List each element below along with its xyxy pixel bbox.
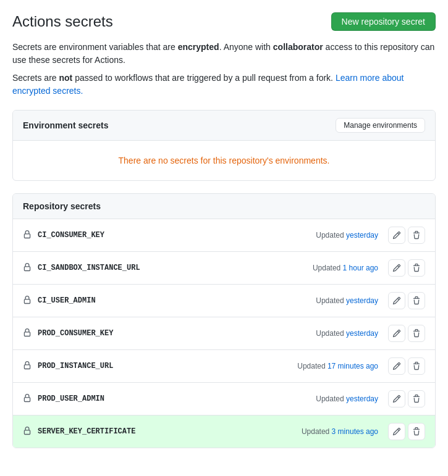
repository-secrets-title: Repository secrets <box>23 201 101 211</box>
desc1-bold2: collaborator <box>273 42 323 52</box>
secret-updated-time: yesterday <box>346 231 378 240</box>
environment-secrets-section: Environment secrets Manage environments … <box>12 110 436 181</box>
delete-button[interactable] <box>408 259 425 277</box>
secret-updated: Updated 1 hour ago <box>313 264 378 272</box>
lock-icon <box>23 427 32 437</box>
action-buttons <box>388 227 425 244</box>
delete-button[interactable] <box>408 227 425 244</box>
secret-name: SERVER_KEY_CERTIFICATE <box>38 427 302 436</box>
trash-icon <box>412 362 421 370</box>
table-row: CI_SANDBOX_INSTANCE_URL Updated 1 hour a… <box>13 252 435 285</box>
desc1-before: Secrets are environment variables that a… <box>12 42 178 52</box>
delete-button[interactable] <box>408 357 425 375</box>
pencil-icon <box>392 362 401 370</box>
table-row: CI_USER_ADMIN Updated yesterday <box>13 285 435 317</box>
table-row: PROD_CONSUMER_KEY Updated yesterday <box>13 317 435 350</box>
secret-updated-time: yesterday <box>346 329 378 338</box>
lock-icon <box>23 296 32 306</box>
edit-button[interactable] <box>388 325 405 342</box>
lock-icon <box>23 361 32 372</box>
repository-secrets-section: Repository secrets CI_CONSUMER_KEY Updat… <box>12 193 436 448</box>
pencil-icon <box>392 395 401 403</box>
secret-updated-time: 3 minutes ago <box>332 427 378 436</box>
secret-updated-time: yesterday <box>346 395 378 403</box>
secret-name: CI_SANDBOX_INSTANCE_URL <box>38 264 313 272</box>
page-header: Actions secrets New repository secret <box>12 12 436 31</box>
action-buttons <box>388 292 425 309</box>
pencil-icon <box>392 231 401 240</box>
table-row: CI_CONSUMER_KEY Updated yesterday <box>13 219 435 252</box>
lock-icon <box>23 263 32 273</box>
delete-button[interactable] <box>408 423 425 440</box>
secret-name: PROD_INSTANCE_URL <box>38 362 297 370</box>
lock-icon <box>23 394 32 404</box>
lock-svg <box>23 230 32 239</box>
environment-secrets-title: Environment secrets <box>23 120 109 130</box>
delete-button[interactable] <box>408 292 425 309</box>
secrets-list: CI_CONSUMER_KEY Updated yesterday CI_SAN… <box>13 219 435 448</box>
action-buttons <box>388 357 425 375</box>
lock-svg <box>23 328 32 337</box>
action-buttons <box>388 390 425 407</box>
edit-button[interactable] <box>388 259 405 277</box>
trash-icon <box>412 264 421 272</box>
desc1-middle: . Anyone with <box>219 42 273 52</box>
secret-name: PROD_CONSUMER_KEY <box>38 329 316 338</box>
trash-icon <box>412 329 421 338</box>
desc2-middle: passed to workflows that are triggered b… <box>72 73 336 83</box>
environment-secrets-header: Environment secrets Manage environments <box>13 111 435 141</box>
lock-svg <box>23 394 32 403</box>
edit-button[interactable] <box>388 292 405 309</box>
secret-updated: Updated 3 minutes ago <box>302 427 378 436</box>
table-row: PROD_USER_ADMIN Updated yesterday <box>13 383 435 415</box>
secret-name: CI_USER_ADMIN <box>38 296 316 305</box>
secret-updated-time: 17 minutes ago <box>328 362 378 370</box>
description-line1: Secrets are environment variables that a… <box>12 41 436 67</box>
action-buttons <box>388 259 425 277</box>
secret-name: CI_CONSUMER_KEY <box>38 231 316 240</box>
page-title: Actions secrets <box>12 13 113 30</box>
pencil-icon <box>392 296 401 305</box>
desc2-bold: not <box>59 73 72 83</box>
trash-icon <box>412 296 421 305</box>
lock-svg <box>23 427 32 435</box>
table-row: SERVER_KEY_CERTIFICATE Updated 3 minutes… <box>13 415 435 448</box>
secret-updated: Updated yesterday <box>316 395 378 403</box>
lock-icon <box>23 230 32 241</box>
trash-icon <box>412 427 421 436</box>
secret-updated: Updated yesterday <box>316 296 378 305</box>
edit-button[interactable] <box>388 423 405 440</box>
pencil-icon <box>392 427 401 436</box>
repository-secrets-header: Repository secrets <box>13 194 435 219</box>
action-buttons <box>388 423 425 440</box>
lock-icon <box>23 328 32 339</box>
secret-updated: Updated yesterday <box>316 329 378 338</box>
secret-updated-time: yesterday <box>346 296 378 305</box>
delete-button[interactable] <box>408 325 425 342</box>
description-line2: Secrets are not passed to workflows that… <box>12 72 436 98</box>
secret-name: PROD_USER_ADMIN <box>38 395 316 403</box>
trash-icon <box>412 395 421 403</box>
new-repository-secret-button[interactable]: New repository secret <box>331 12 436 31</box>
secret-updated: Updated yesterday <box>316 231 378 240</box>
pencil-icon <box>392 264 401 272</box>
desc1-bold1: encrypted <box>178 42 219 52</box>
pencil-icon <box>392 329 401 338</box>
edit-button[interactable] <box>388 390 405 407</box>
action-buttons <box>388 325 425 342</box>
lock-svg <box>23 361 32 370</box>
secret-updated-time: 1 hour ago <box>343 264 378 272</box>
table-row: PROD_INSTANCE_URL Updated 17 minutes ago <box>13 350 435 383</box>
secret-updated: Updated 17 minutes ago <box>297 362 378 370</box>
lock-svg <box>23 263 32 272</box>
edit-button[interactable] <box>388 227 405 244</box>
desc2-before: Secrets are <box>12 73 59 83</box>
edit-button[interactable] <box>388 357 405 375</box>
environment-secrets-empty: There are no secrets for this repository… <box>13 141 435 180</box>
trash-icon <box>412 231 421 240</box>
lock-svg <box>23 296 32 304</box>
delete-button[interactable] <box>408 390 425 407</box>
manage-environments-button[interactable]: Manage environments <box>336 118 425 133</box>
